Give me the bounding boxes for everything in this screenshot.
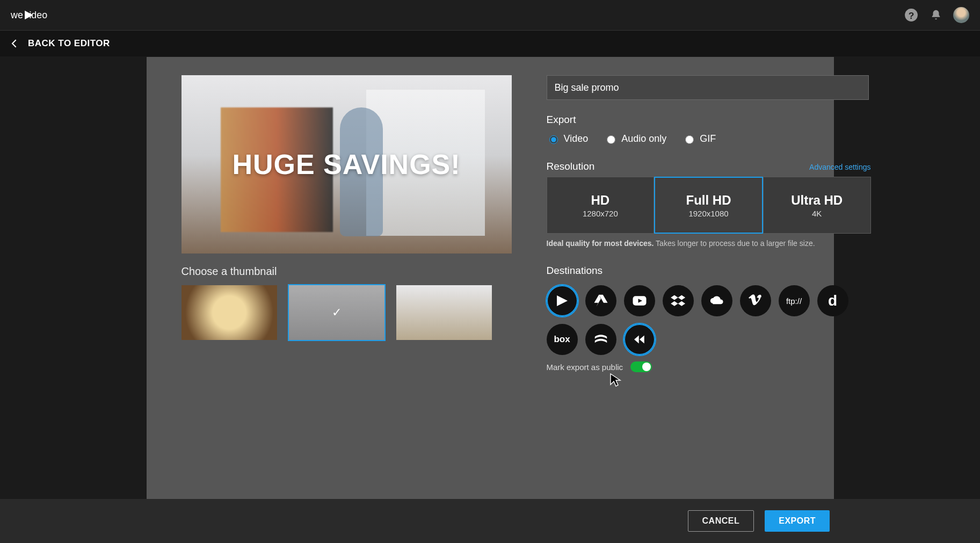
destination-google-drive[interactable] [585, 285, 616, 316]
resolution-note: Ideal quality for most devices. Takes lo… [547, 239, 871, 248]
radio-input[interactable] [685, 135, 694, 144]
radio-input[interactable] [549, 135, 558, 144]
mark-public-label: Mark export as public [547, 363, 623, 372]
back-to-editor-button[interactable]: BACK TO EDITOR [0, 31, 980, 56]
back-label: BACK TO EDITOR [28, 38, 110, 49]
video-preview: HUGE SAVINGS! [182, 75, 512, 254]
destination-onedrive[interactable] [701, 285, 732, 316]
destination-dropbox[interactable] [663, 285, 694, 316]
export-type-audio[interactable]: Audio only [604, 133, 666, 144]
destination-dailymotion[interactable]: d [817, 285, 848, 316]
export-type-gif[interactable]: GIF [683, 133, 716, 144]
resolution-title: Resolution [547, 161, 595, 172]
help-icon[interactable]: ? [904, 8, 919, 23]
resolution-full-hd[interactable]: Full HD 1920x1080 [654, 177, 763, 234]
check-icon: ✓ [332, 306, 342, 320]
radio-input[interactable] [607, 135, 615, 144]
header-actions: ? [904, 7, 969, 23]
thumbnail-option[interactable] [182, 285, 277, 340]
destination-youtube[interactable] [624, 285, 655, 316]
mark-public-toggle[interactable] [630, 361, 652, 372]
thumbnail-list: ✓ [182, 285, 512, 340]
export-section-title: Export [547, 114, 880, 126]
destinations-list: ftp:// d box [547, 285, 880, 355]
cancel-button[interactable]: CANCEL [688, 510, 754, 532]
export-type-video[interactable]: Video [547, 133, 589, 144]
resolution-options: HD 1280x720 Full HD 1920x1080 Ultra HD 4… [547, 177, 871, 234]
notifications-icon[interactable] [928, 8, 943, 23]
resolution-hd[interactable]: HD 1280x720 [547, 177, 655, 234]
app-logo[interactable]: we ideo [11, 8, 70, 23]
svg-text:?: ? [909, 10, 914, 21]
destinations-title: Destinations [547, 265, 880, 277]
thumbnail-section-label: Choose a thumbnail [182, 265, 512, 278]
export-type-radios: Video Audio only GIF [547, 133, 880, 144]
export-panel: HUGE SAVINGS! Choose a thumbnail ✓ Expor… [147, 57, 834, 499]
arrow-left-icon [10, 38, 20, 49]
resolution-ultra-hd[interactable]: Ultra HD 4K [763, 177, 871, 234]
svg-text:we: we [11, 10, 23, 20]
export-button[interactable]: EXPORT [765, 510, 830, 532]
destination-vimeo[interactable] [740, 285, 771, 316]
advanced-settings-link[interactable]: Advanced settings [809, 163, 870, 171]
user-avatar[interactable] [953, 7, 969, 23]
thumbnail-option[interactable]: ✓ [289, 285, 384, 340]
destination-hudl[interactable] [585, 324, 616, 355]
destination-ftp[interactable]: ftp:// [779, 285, 810, 316]
destination-wevideo[interactable] [547, 285, 578, 316]
video-title-input[interactable] [547, 75, 869, 100]
destination-box[interactable]: box [547, 324, 578, 355]
svg-text:ideo: ideo [29, 10, 47, 20]
app-header: we ideo ? [0, 0, 980, 31]
mark-public-row: Mark export as public [547, 361, 880, 372]
footer-bar: CANCEL EXPORT [0, 499, 980, 543]
thumbnail-option[interactable] [396, 285, 492, 340]
destination-screencast[interactable] [624, 324, 655, 355]
preview-overlay-text: HUGE SAVINGS! [232, 148, 460, 180]
